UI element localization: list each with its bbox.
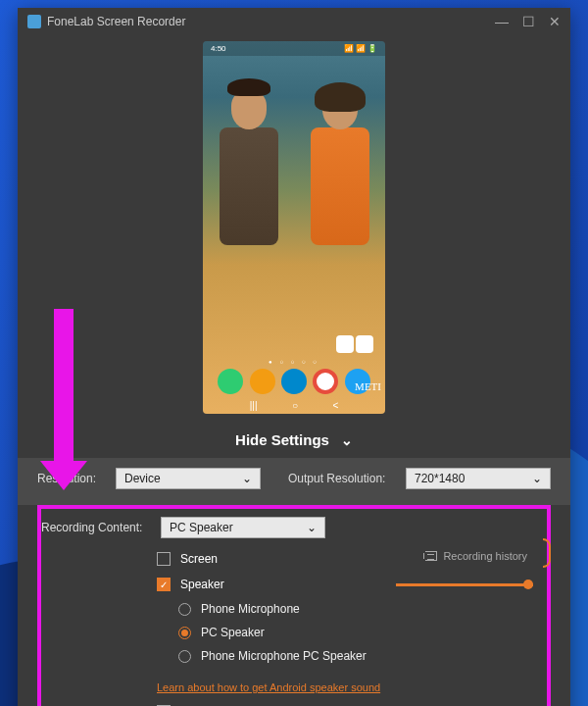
screen-option: Screen	[180, 552, 218, 566]
android-speaker-help-link[interactable]: Learn about how to get Android speaker s…	[157, 681, 380, 693]
app-window: FoneLab Screen Recorder — ☐ ✕ 4:50 📶 📶 🔋…	[18, 8, 570, 706]
page-dots: ● ○ ○ ○ ○	[269, 359, 319, 365]
chevron-down-icon: ⌄	[307, 521, 317, 534]
phone-icon	[218, 369, 243, 394]
phone-preview: 4:50 📶 📶 🔋 ● ○ ○ ○ ○ METI ||| ○ <	[18, 35, 570, 422]
watermark: METI	[355, 380, 381, 392]
chevron-down-icon: ⌄	[532, 472, 542, 485]
wallpaper-people	[203, 71, 385, 335]
phone-signal: 📶 📶 🔋	[344, 44, 377, 53]
phone-mic-radio[interactable]	[178, 603, 191, 616]
record-button-edge[interactable]	[543, 538, 551, 568]
speaker-checkbox[interactable]: ✓	[157, 578, 171, 591]
speaker-volume-slider[interactable]	[396, 583, 533, 586]
hide-settings-label: Hide Settings	[235, 431, 329, 448]
chevron-down-icon: ⌄	[341, 432, 353, 448]
speaker-option: Speaker	[180, 578, 224, 591]
youtube-icon	[313, 369, 338, 394]
settings-panel: Resolution: Device ⌄ Output Resolution: …	[18, 458, 570, 505]
app-title: FoneLab Screen Recorder	[47, 15, 185, 28]
phone-mic-pc-speaker-option: Phone Microphone PC Speaker	[201, 649, 367, 663]
pc-speaker-option: PC Speaker	[201, 626, 265, 639]
list-icon	[425, 551, 437, 561]
close-button[interactable]: ✕	[549, 14, 561, 29]
screen-checkbox[interactable]	[157, 552, 171, 566]
messages-icon	[281, 369, 307, 394]
phone-time: 4:50	[211, 44, 226, 53]
recording-content-dropdown[interactable]: PC Speaker ⌄	[161, 517, 325, 538]
phone-mic-option: Phone Microphone	[201, 602, 300, 616]
pc-speaker-radio[interactable]	[178, 627, 191, 639]
window-controls: — ☐ ✕	[495, 14, 561, 29]
chevron-down-icon: ⌄	[242, 472, 252, 485]
maximize-button[interactable]: ☐	[522, 14, 535, 29]
recording-content-panel: Recording Content: PC Speaker ⌄ Recordin…	[37, 505, 551, 706]
hide-settings-toggle[interactable]: Hide Settings ⌄	[18, 422, 570, 458]
output-resolution-dropdown[interactable]: 720*1480 ⌄	[406, 468, 551, 489]
app-icon	[27, 15, 41, 28]
annotation-arrow	[54, 309, 87, 490]
output-resolution-label: Output Resolution:	[288, 472, 396, 485]
phone-mic-pc-speaker-radio[interactable]	[178, 650, 191, 663]
phone-statusbar: 4:50 📶 📶 🔋	[203, 41, 385, 56]
titlebar: FoneLab Screen Recorder — ☐ ✕	[18, 8, 570, 35]
minimize-button[interactable]: —	[495, 14, 509, 29]
recording-history-link[interactable]: Recording history	[425, 550, 527, 562]
contacts-icon	[250, 369, 275, 394]
phone-navbar: ||| ○ <	[203, 400, 385, 411]
phone-screen: 4:50 📶 📶 🔋 ● ○ ○ ○ ○ METI ||| ○ <	[203, 41, 385, 414]
phone-widgets	[336, 335, 373, 353]
recording-content-label: Recording Content:	[41, 521, 151, 534]
resolution-dropdown[interactable]: Device ⌄	[116, 468, 261, 489]
